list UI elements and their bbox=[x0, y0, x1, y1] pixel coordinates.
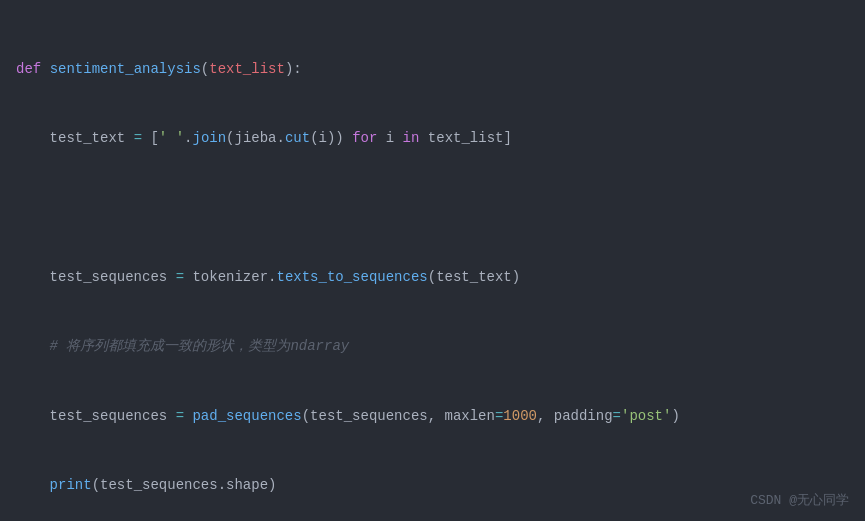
line-3 bbox=[16, 197, 849, 220]
code-content: def sentiment_analysis(text_list): test_… bbox=[16, 12, 849, 521]
watermark: CSDN @无心同学 bbox=[750, 491, 849, 509]
line-4: test_sequences = tokenizer.texts_to_sequ… bbox=[16, 266, 849, 289]
code-editor: def sentiment_analysis(text_list): test_… bbox=[0, 0, 865, 521]
line-5: # 将序列都填充成一致的形状，类型为ndarray bbox=[16, 335, 849, 358]
line-2: test_text = [' '.join(jieba.cut(i)) for … bbox=[16, 127, 849, 150]
line-1: def sentiment_analysis(text_list): bbox=[16, 58, 849, 81]
line-6: test_sequences = pad_sequences(test_sequ… bbox=[16, 405, 849, 428]
line-7: print(test_sequences.shape) bbox=[16, 474, 849, 497]
